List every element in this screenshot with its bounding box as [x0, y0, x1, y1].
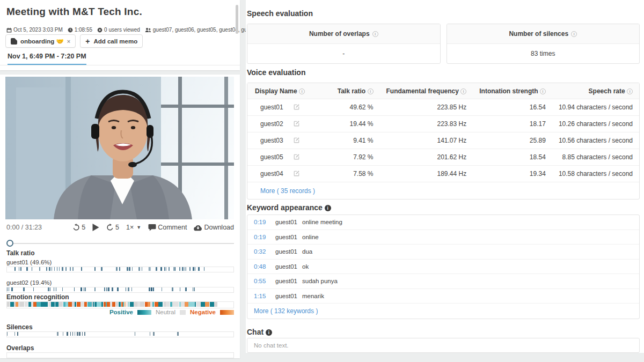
users-viewed: 0 users viewed — [97, 27, 140, 33]
emotion-strip[interactable] — [6, 301, 234, 308]
info-icon[interactable]: i — [266, 329, 272, 336]
edit-icon[interactable] — [293, 137, 300, 144]
legend-negative-label: Negative — [190, 309, 216, 315]
edit-icon[interactable] — [293, 104, 300, 110]
table-row: guest03 9.41 % 141.07 Hz 25.89 10.56 cha… — [247, 132, 639, 149]
participants-icon — [145, 27, 151, 33]
more-keywords-link[interactable]: More ( 132 keywords ) — [254, 307, 318, 315]
legend-positive-swatch — [137, 310, 151, 315]
keyword-appearance-title: Keyword appearance i — [247, 203, 331, 212]
talk-ratio-strip-guest02[interactable] — [6, 287, 234, 293]
keyword-timestamp-link[interactable]: 1:15 — [254, 293, 275, 299]
table-row: guest02 19.44 % 223.83 Hz 18.17 10.26 ch… — [247, 116, 639, 132]
chat-empty-text: No chat text. — [254, 342, 289, 349]
col-fundamental-frequency: Fundamental frequency — [386, 87, 459, 95]
keyword-row: 1:15 guest01 menarik — [247, 289, 639, 304]
rewind-icon — [72, 224, 80, 231]
plus-icon: + — [85, 37, 90, 46]
speech-evaluation-cards: Number of overlaps i - Number of silence… — [247, 24, 640, 64]
talk-ratio-strip-guest01[interactable] — [6, 267, 234, 272]
edit-icon[interactable] — [293, 170, 300, 177]
silences-card-label: Number of silences — [509, 30, 568, 38]
edit-icon[interactable] — [293, 120, 300, 127]
meeting-meta-row: Oct 5, 2023 3:03 PM 1:08:55 0 users view… — [6, 27, 237, 33]
info-icon[interactable]: i — [627, 88, 633, 94]
silences-strip[interactable] — [6, 331, 234, 337]
more-records-link[interactable]: More ( 35 records ) — [260, 187, 315, 195]
keyword-list: 0:19 guest01 online meeting 0:19 guest01… — [247, 215, 640, 319]
keyword-timestamp-link[interactable]: 0:48 — [254, 263, 275, 270]
add-call-memo-button[interactable]: + Add call memo — [80, 34, 143, 48]
seek-bar[interactable] — [6, 240, 234, 247]
info-icon[interactable]: i — [540, 88, 546, 94]
col-display-name: Display Name — [255, 87, 297, 95]
table-row: guest01 49.62 % 223.85 Hz 16.54 10.94 ch… — [247, 99, 639, 116]
speaker-label: guest02 (19.4%) — [6, 279, 52, 286]
overlaps-strip[interactable] — [6, 352, 234, 358]
table-more-row: More ( 35 records ) — [247, 182, 639, 199]
overlaps-title: Overlaps — [6, 344, 34, 352]
viewed-icon — [97, 27, 103, 33]
left-scrollbar-thumb[interactable] — [236, 5, 238, 34]
tab-divider — [0, 65, 240, 65]
keyword-row: 0:19 guest01 online meeting — [247, 215, 639, 230]
seek-handle[interactable] — [6, 240, 13, 247]
legend-positive-label: Positive — [109, 309, 133, 315]
info-icon[interactable]: i — [299, 88, 305, 94]
video-frame[interactable] — [5, 77, 234, 219]
chevron-down-icon: ▼ — [136, 225, 141, 230]
keyword-row: 0:48 guest01 ok — [247, 260, 639, 275]
meeting-date: Oct 5, 2023 3:03 PM — [6, 27, 63, 33]
player-card: 0:00 / 31:23 5 5 1×▼ Comment — [0, 75, 240, 358]
call-tag[interactable]: onboarding 🤝 × — [5, 34, 76, 48]
meeting-header-card: Meeting with M&T Tech Inc. Oct 5, 2023 3… — [0, 0, 240, 70]
voice-evaluation-table: Display Name i Talk ratio i Fundamental … — [247, 83, 640, 200]
overlaps-card-label: Number of overlaps — [309, 30, 370, 38]
info-icon[interactable]: i — [460, 88, 466, 94]
keyword-timestamp-link[interactable]: 0:55 — [254, 278, 275, 284]
comment-button[interactable]: Comment — [148, 224, 187, 231]
silences-title: Silences — [6, 323, 33, 331]
table-header-row: Display Name i Talk ratio i Fundamental … — [247, 83, 639, 99]
info-icon[interactable]: i — [571, 31, 577, 37]
tag-icon — [11, 38, 17, 45]
clock-icon — [68, 27, 73, 33]
info-icon[interactable]: i — [325, 205, 331, 211]
keyword-row: 0:19 guest01 online — [247, 230, 639, 245]
download-icon — [194, 224, 202, 231]
page-title: Meeting with M&T Tech Inc. — [6, 6, 142, 18]
overlaps-card-value: - — [247, 44, 440, 63]
tag-remove-icon[interactable]: × — [67, 38, 70, 45]
meeting-duration: 1:08:55 — [68, 27, 92, 33]
download-button[interactable]: Download — [194, 224, 234, 231]
seek-track[interactable] — [6, 243, 234, 244]
calendar-icon — [6, 27, 12, 33]
silences-card-value: 83 times — [447, 44, 640, 63]
col-speech-rate: Speech rate — [589, 87, 625, 95]
play-button[interactable] — [92, 224, 99, 231]
comment-icon — [148, 224, 156, 231]
info-icon[interactable]: i — [368, 88, 374, 94]
legend-negative-swatch — [220, 310, 234, 315]
forward-5-button[interactable]: 5 — [106, 224, 119, 231]
chat-title: Chat i — [247, 328, 272, 336]
speaker-label: guest01 (49.6%) — [6, 259, 52, 265]
col-talk-ratio: Talk ratio — [338, 87, 365, 95]
voice-evaluation-title: Voice evaluation — [247, 68, 305, 77]
overlaps-card: Number of overlaps i - — [247, 24, 441, 64]
legend-neutral-swatch — [180, 310, 186, 315]
speed-dropdown[interactable]: 1×▼ — [126, 224, 141, 231]
keyword-timestamp-link[interactable]: 0:32 — [254, 248, 275, 255]
play-icon — [92, 224, 99, 231]
info-icon[interactable]: i — [372, 31, 378, 37]
talk-ratio-title: Talk ratio — [6, 249, 34, 257]
edit-icon[interactable] — [293, 153, 300, 160]
keyword-timestamp-link[interactable]: 0:19 — [254, 234, 275, 240]
recording-tab[interactable]: Nov 1, 6:49 PM - 7:20 PM — [8, 53, 86, 65]
meeting-analysis-page: Meeting with M&T Tech Inc. Oct 5, 2023 3… — [0, 0, 644, 362]
rewind-5-button[interactable]: 5 — [72, 224, 85, 231]
playback-time: 0:00 / 31:23 — [6, 224, 42, 231]
col-intonation-strength: Intonation strength — [479, 87, 538, 95]
keyword-timestamp-link[interactable]: 0:19 — [254, 219, 275, 225]
forward-icon — [106, 224, 114, 231]
